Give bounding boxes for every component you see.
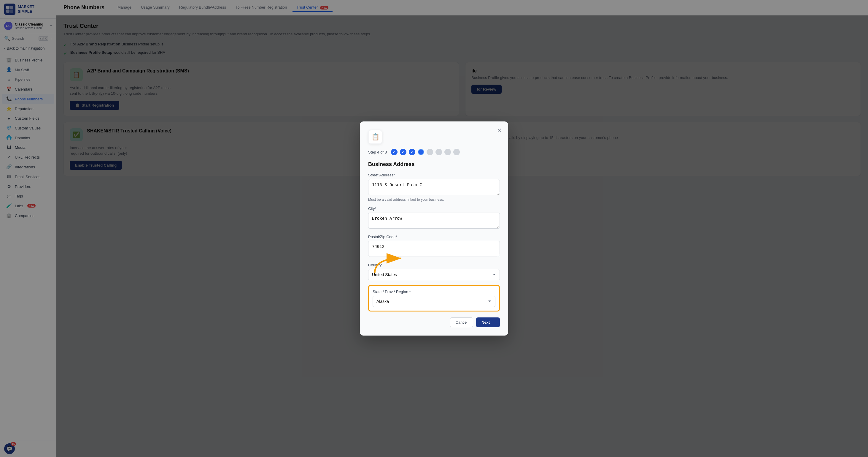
city-group: City* bbox=[368, 206, 500, 230]
state-label: State / Prov / Region * bbox=[373, 289, 495, 294]
step-dot-4 bbox=[418, 149, 424, 155]
modal-close-button[interactable]: ✕ bbox=[495, 126, 503, 135]
street-address-input[interactable] bbox=[368, 179, 500, 195]
city-input[interactable] bbox=[368, 212, 500, 229]
country-label: Country bbox=[368, 263, 500, 267]
modal-icon: 📋 bbox=[368, 130, 382, 144]
postal-label: Postal/Zip Code* bbox=[368, 235, 500, 239]
step-dot-1: ✓ bbox=[391, 149, 398, 155]
business-address-modal: ✕ 📋 Step 4 of 8 ✓ ✓ ✓ Business Address S… bbox=[360, 121, 508, 336]
country-group: Country United StatesCanadaUnited Kingdo… bbox=[368, 263, 500, 280]
step-dot-3: ✓ bbox=[409, 149, 415, 155]
city-label: City* bbox=[368, 206, 500, 211]
step-dot-5 bbox=[427, 149, 433, 155]
state-field-highlighted: State / Prov / Region * AlabamaAlaskaAri… bbox=[368, 285, 500, 312]
modal-footer: Cancel Next bbox=[368, 317, 500, 327]
step-text: Step 4 of 8 bbox=[368, 150, 387, 154]
street-address-group: Street Address* Must be a valid address … bbox=[368, 173, 500, 202]
postal-input[interactable] bbox=[368, 241, 500, 257]
street-address-hint: Must be a valid address linked to your b… bbox=[368, 197, 500, 202]
step-dot-6 bbox=[435, 149, 442, 155]
state-select[interactable]: AlabamaAlaskaArizonaArkansasCaliforniaCo… bbox=[373, 296, 495, 307]
main-content: Phone Numbers Manage Usage Summary Regul… bbox=[56, 0, 868, 457]
step-dot-8 bbox=[453, 149, 460, 155]
next-button[interactable]: Next bbox=[476, 317, 500, 327]
modal-overlay: ✕ 📋 Step 4 of 8 ✓ ✓ ✓ Business Address S… bbox=[56, 0, 868, 457]
modal-title: Business Address bbox=[368, 161, 500, 168]
country-select[interactable]: United StatesCanadaUnited KingdomAustral… bbox=[368, 269, 500, 280]
step-dot-7 bbox=[444, 149, 451, 155]
cancel-button[interactable]: Cancel bbox=[450, 317, 473, 327]
postal-group: Postal/Zip Code* bbox=[368, 235, 500, 258]
step-indicator: Step 4 of 8 ✓ ✓ ✓ bbox=[368, 149, 500, 155]
step-dot-2: ✓ bbox=[400, 149, 406, 155]
street-address-label: Street Address* bbox=[368, 173, 500, 177]
